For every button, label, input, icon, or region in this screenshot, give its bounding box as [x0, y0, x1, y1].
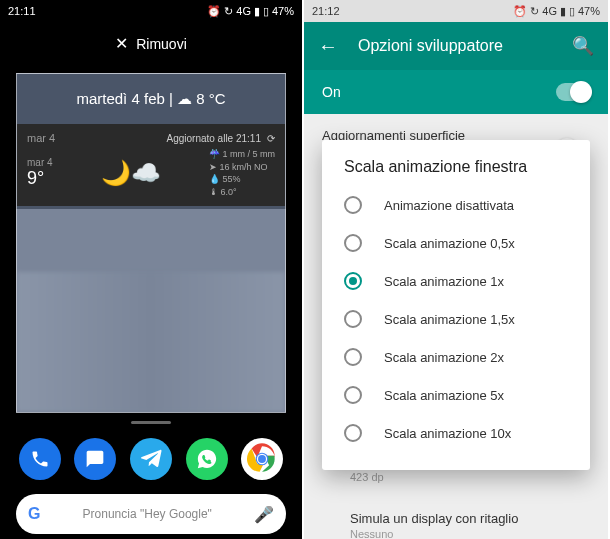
- svg-point-3: [258, 455, 266, 463]
- radio-icon: [344, 386, 362, 404]
- whatsapp-app-icon[interactable]: [186, 438, 228, 480]
- radio-option[interactable]: Scala animazione 2x: [322, 338, 590, 376]
- master-toggle-row[interactable]: On: [304, 70, 608, 114]
- radio-icon: [344, 424, 362, 442]
- chrome-app-icon[interactable]: [241, 438, 283, 480]
- widget-left: mar 4 9°: [27, 157, 53, 189]
- widget-date: mar 4: [27, 132, 55, 144]
- radio-label: Scala animazione 1,5x: [384, 312, 515, 327]
- status-bar: 21:12 ⏰ ↻ 4G ▮ ▯ 47%: [304, 0, 608, 22]
- radio-label: Scala animazione 1x: [384, 274, 504, 289]
- signal-icon: ▮: [254, 5, 260, 18]
- app-bar: ← Opzioni sviluppatore 🔍: [304, 22, 608, 70]
- remove-widget-button[interactable]: ✕ Rimuovi: [0, 22, 302, 65]
- battery-icon: ▯: [263, 5, 269, 18]
- dock: [0, 430, 302, 488]
- phone-right-settings: 21:12 ⏰ ↻ 4G ▮ ▯ 47% ← Opzioni sviluppat…: [304, 0, 608, 539]
- sync-icon: ↻: [224, 5, 233, 18]
- search-placeholder: Pronuncia "Hey Google": [48, 507, 246, 521]
- blurred-apps: [17, 272, 285, 412]
- status-time: 21:12: [312, 5, 340, 17]
- alarm-icon: ⏰: [207, 5, 221, 18]
- weather-icon: 🌙☁️: [101, 159, 161, 187]
- back-button[interactable]: ←: [318, 35, 338, 58]
- status-icons: ⏰ ↻ 4G ▮ ▯ 47%: [207, 5, 294, 18]
- widget-temp: 9°: [27, 168, 53, 189]
- animation-scale-dialog: Scala animazione finestra Animazione dis…: [322, 140, 590, 470]
- status-bar: 21:11 ⏰ ↻ 4G ▮ ▯ 47%: [0, 0, 302, 22]
- toggle-label: On: [322, 84, 341, 100]
- battery-icon: ▯: [569, 5, 575, 18]
- widget-details: ☔ 1 mm / 5 mm ➤ 16 km/h NO 💧 55% 🌡 6.0°: [209, 148, 275, 198]
- radio-label: Scala animazione 0,5x: [384, 236, 515, 251]
- radio-label: Scala animazione 2x: [384, 350, 504, 365]
- radio-option[interactable]: Scala animazione 0,5x: [322, 224, 590, 262]
- radio-icon: [344, 310, 362, 328]
- weather-widget[interactable]: mar 4 Aggiornato alle 21:11 ⟳ mar 4 9° 🌙…: [17, 124, 285, 206]
- radio-label: Scala animazione 10x: [384, 426, 511, 441]
- page-title: Opzioni sviluppatore: [358, 37, 552, 55]
- sync-icon: ↻: [530, 5, 539, 18]
- radio-icon: [344, 234, 362, 252]
- phone-app-icon[interactable]: [19, 438, 61, 480]
- radio-icon: [344, 348, 362, 366]
- signal-icon: ▮: [560, 5, 566, 18]
- radio-option[interactable]: Scala animazione 5x: [322, 376, 590, 414]
- close-icon: ✕: [115, 34, 128, 53]
- status-icons: ⏰ ↻ 4G ▮ ▯ 47%: [513, 5, 600, 18]
- status-time: 21:11: [8, 5, 36, 17]
- network-label: 4G: [236, 5, 251, 17]
- radio-icon: [344, 272, 362, 290]
- radio-option[interactable]: Animazione disattivata: [322, 186, 590, 224]
- master-toggle[interactable]: [556, 83, 590, 101]
- refresh-icon[interactable]: ⟳: [267, 133, 275, 144]
- widget-preview[interactable]: martedì 4 feb | ☁ 8 °C mar 4 Aggiornato …: [16, 73, 286, 413]
- cutout-setting[interactable]: Simula un display con ritaglio Nessuno: [304, 497, 608, 539]
- weather-header: martedì 4 feb | ☁ 8 °C: [17, 74, 285, 124]
- battery-label: 47%: [578, 5, 600, 17]
- radio-option[interactable]: Scala animazione 10x: [322, 414, 590, 452]
- radio-option[interactable]: Scala animazione 1x: [322, 262, 590, 300]
- messages-app-icon[interactable]: [74, 438, 116, 480]
- radio-label: Animazione disattivata: [384, 198, 514, 213]
- radio-label: Scala animazione 5x: [384, 388, 504, 403]
- google-logo-icon: G: [28, 505, 40, 523]
- remove-label: Rimuovi: [136, 36, 187, 52]
- search-icon[interactable]: 🔍: [572, 35, 594, 57]
- app-drawer-handle[interactable]: [131, 421, 171, 424]
- network-label: 4G: [542, 5, 557, 17]
- radio-option[interactable]: Scala animazione 1,5x: [322, 300, 590, 338]
- telegram-app-icon[interactable]: [130, 438, 172, 480]
- widget-updated: Aggiornato alle 21:11 ⟳: [166, 133, 275, 144]
- mic-icon[interactable]: 🎤: [254, 505, 274, 524]
- phone-left-home: 21:11 ⏰ ↻ 4G ▮ ▯ 47% ✕ Rimuovi martedì 4…: [0, 0, 304, 539]
- dialog-title: Scala animazione finestra: [322, 158, 590, 186]
- alarm-icon: ⏰: [513, 5, 527, 18]
- google-search-bar[interactable]: G Pronuncia "Hey Google" 🎤: [16, 494, 286, 534]
- battery-label: 47%: [272, 5, 294, 17]
- radio-icon: [344, 196, 362, 214]
